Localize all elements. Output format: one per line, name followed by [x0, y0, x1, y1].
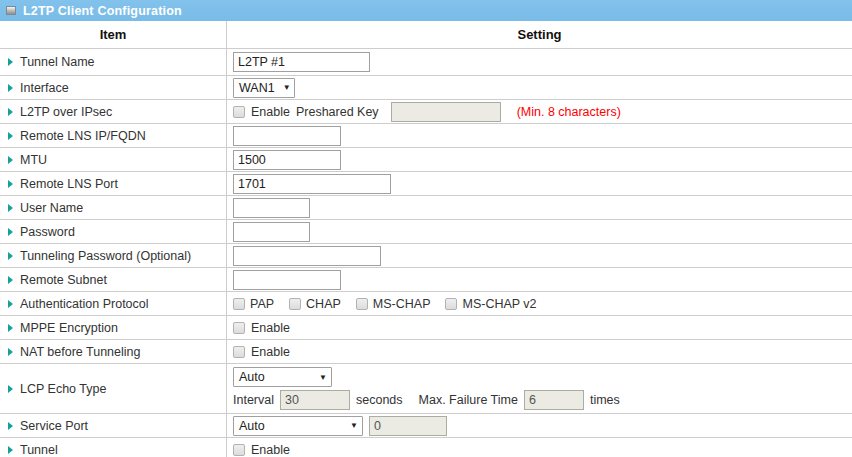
row-bullet-icon [8, 276, 13, 284]
row-nat-before-tunneling: NAT before Tunneling Enable [0, 340, 852, 364]
section-title-bar: L2TP Client Configuration [0, 0, 852, 21]
lcp-echo-type-select[interactable]: Auto ▼ [233, 367, 332, 387]
row-bullet-icon [8, 132, 13, 140]
row-bullet-icon [8, 180, 13, 188]
remote-lns-port-input[interactable] [233, 174, 391, 194]
tunneling-password-input[interactable] [233, 246, 381, 266]
password-label: Password [20, 225, 75, 239]
row-interface: Interface WAN1 ▼ [0, 76, 852, 100]
remote-lns-port-label: Remote LNS Port [20, 177, 118, 191]
interface-label: Interface [20, 81, 69, 95]
remote-lns-ip-label: Remote LNS IP/FQDN [20, 129, 146, 143]
mppe-enable-checkbox[interactable] [233, 322, 245, 334]
row-bullet-icon [8, 348, 13, 356]
user-name-input[interactable] [233, 198, 310, 218]
mppe-encryption-label: MPPE Encryption [20, 321, 118, 335]
row-mppe-encryption: MPPE Encryption Enable [0, 316, 852, 340]
remote-lns-ip-input[interactable] [233, 126, 341, 146]
row-tunnel-name: Tunnel Name [0, 49, 852, 76]
row-bullet-icon [8, 422, 13, 430]
chevron-down-icon: ▼ [350, 421, 358, 430]
tunnel-name-label: Tunnel Name [20, 55, 95, 69]
auth-protocol-label-chap: CHAP [306, 297, 341, 311]
auth-protocol-checkbox-pap[interactable] [233, 298, 245, 310]
lcp-interval-label: Interval [233, 393, 274, 407]
row-bullet-icon [8, 228, 13, 236]
chevron-down-icon: ▼ [319, 373, 327, 382]
chevron-down-icon: ▼ [283, 83, 291, 92]
row-authentication-protocol: Authentication Protocol PAP CHAP MS-CHAP… [0, 292, 852, 316]
l2tp-config-table: Item Setting Tunnel Name Interface WAN1 … [0, 21, 852, 457]
user-name-label: User Name [20, 201, 83, 215]
mtu-label: MTU [20, 153, 47, 167]
tunnel-label: Tunnel [20, 443, 58, 457]
column-header-setting: Setting [227, 21, 852, 48]
page-title: L2TP Client Configuration [23, 4, 182, 18]
authentication-protocol-label: Authentication Protocol [20, 297, 149, 311]
lcp-interval-input [280, 390, 350, 410]
row-mtu: MTU [0, 148, 852, 172]
row-bullet-icon [8, 84, 13, 92]
auth-protocol-checkbox-mschap[interactable] [356, 298, 368, 310]
nat-enable-label: Enable [251, 345, 290, 359]
row-bullet-icon [8, 156, 13, 164]
service-port-selected-value: Auto [239, 419, 265, 433]
tunnel-enable-checkbox[interactable] [233, 444, 245, 456]
row-bullet-icon [8, 385, 13, 393]
lcp-failure-label: Max. Failure Time [419, 393, 518, 407]
l2tp-over-ipsec-label: L2TP over IPsec [20, 105, 112, 119]
preshared-key-input [391, 102, 501, 122]
service-port-label: Service Port [20, 419, 88, 433]
mppe-enable-label: Enable [251, 321, 290, 335]
row-bullet-icon [8, 204, 13, 212]
lcp-failure-unit: times [590, 393, 620, 407]
remote-subnet-input[interactable] [233, 270, 341, 290]
row-password: Password [0, 220, 852, 244]
ipsec-enable-checkbox[interactable] [233, 106, 245, 118]
auth-protocol-label-pap: PAP [250, 297, 274, 311]
row-tunneling-password: Tunneling Password (Optional) [0, 244, 852, 268]
row-lcp-echo-type: LCP Echo Type Auto ▼ Interval seconds Ma… [0, 364, 852, 414]
column-header-item: Item [0, 21, 227, 48]
section-collapse-icon[interactable] [6, 6, 16, 15]
auth-protocol-label-mschap: MS-CHAP [373, 297, 431, 311]
row-remote-lns-ip: Remote LNS IP/FQDN [0, 124, 852, 148]
nat-before-tunneling-label: NAT before Tunneling [20, 345, 140, 359]
preshared-key-label: Preshared Key [296, 105, 379, 119]
tunnel-name-input[interactable] [233, 52, 370, 72]
ipsec-enable-label: Enable [251, 105, 290, 119]
row-bullet-icon [8, 252, 13, 260]
tunneling-password-label: Tunneling Password (Optional) [20, 249, 191, 263]
lcp-failure-input [524, 390, 584, 410]
lcp-echo-type-label: LCP Echo Type [20, 382, 106, 396]
row-service-port: Service Port Auto ▼ [0, 414, 852, 438]
service-port-select[interactable]: Auto ▼ [233, 416, 363, 436]
row-bullet-icon [8, 300, 13, 308]
row-bullet-icon [8, 58, 13, 66]
row-l2tp-over-ipsec: L2TP over IPsec Enable Preshared Key (Mi… [0, 100, 852, 124]
auth-protocol-label-mschapv2: MS-CHAP v2 [462, 297, 536, 311]
table-header-row: Item Setting [0, 21, 852, 49]
row-remote-subnet: Remote Subnet [0, 268, 852, 292]
row-bullet-icon [8, 108, 13, 116]
lcp-interval-unit: seconds [356, 393, 403, 407]
remote-subnet-label: Remote Subnet [20, 273, 107, 287]
row-user-name: User Name [0, 196, 852, 220]
nat-enable-checkbox[interactable] [233, 346, 245, 358]
preshared-key-hint: (Min. 8 characters) [517, 105, 621, 119]
password-input[interactable] [233, 222, 310, 242]
service-port-number-input [369, 416, 447, 436]
row-remote-lns-port: Remote LNS Port [0, 172, 852, 196]
row-bullet-icon [8, 324, 13, 332]
auth-protocol-checkbox-chap[interactable] [289, 298, 301, 310]
tunnel-enable-label: Enable [251, 443, 290, 457]
interface-select[interactable]: WAN1 ▼ [233, 78, 295, 98]
mtu-input[interactable] [233, 150, 341, 170]
row-tunnel: Tunnel Enable [0, 438, 852, 457]
lcp-echo-type-selected-value: Auto [239, 370, 265, 384]
interface-selected-value: WAN1 [239, 81, 275, 95]
auth-protocol-checkbox-mschapv2[interactable] [445, 298, 457, 310]
row-bullet-icon [8, 446, 13, 454]
